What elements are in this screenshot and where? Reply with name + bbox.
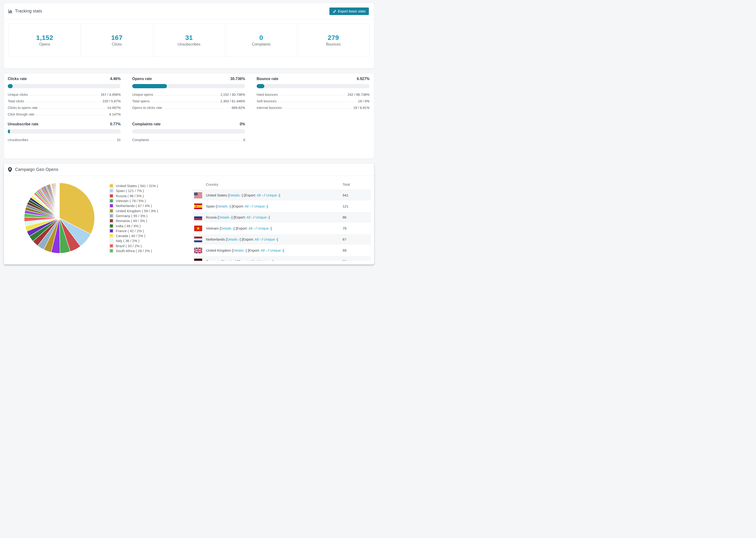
- flag-us-icon: [194, 192, 202, 198]
- legend-item: Canada ( 40 / 2% ): [109, 233, 158, 238]
- export-basic-stats-button[interactable]: Export basic stats: [329, 8, 369, 15]
- legend-item: Netherlands ( 67 / 4% ): [109, 203, 158, 208]
- clicks-label: Clicks: [112, 42, 122, 46]
- export-unique-link[interactable]: Unique ›: [253, 204, 267, 208]
- export-all-link[interactable]: All ›: [249, 226, 255, 230]
- geo-pie-chart: [23, 182, 96, 254]
- rates-grid-bottom: Unsubscribe rate 0.77% Unsubscribes31 Co…: [8, 121, 369, 143]
- flag-nl-icon: [194, 237, 202, 242]
- country-cell: United States [Details ›] [Export: All ›…: [206, 193, 280, 197]
- detail-row: Complaints0: [132, 136, 245, 143]
- legend-item: Romania ( 49 / 3% ): [109, 218, 158, 223]
- country-total: 59: [343, 248, 347, 252]
- detail-row: Internal bounces19 / 6.81%: [257, 104, 369, 111]
- opens-rate-bar: [132, 84, 245, 88]
- legend-swatch: [109, 239, 113, 243]
- details-link[interactable]: Details ›: [221, 226, 234, 230]
- opens-rate-value: 30.736%: [230, 77, 245, 81]
- detail-row: Click through rate4.147%: [8, 111, 121, 117]
- clicks-rate-section: Clicks rate 4.46% Unique clicks167 / 4.4…: [8, 75, 121, 117]
- opens-count: 1,152: [36, 34, 53, 41]
- legend-item: Russia ( 86 / 5% ): [109, 193, 158, 198]
- export-all-link[interactable]: All ›: [255, 237, 261, 241]
- export-unique-link[interactable]: Unique ›: [259, 259, 273, 261]
- legend-label: France ( 42 / 2% ): [116, 229, 144, 233]
- export-unique-link[interactable]: Unique ›: [270, 248, 283, 252]
- legend-swatch: [109, 214, 113, 218]
- export-unique-link[interactable]: Unique ›: [255, 215, 269, 219]
- legend-swatch: [109, 199, 113, 203]
- geo-legend: United States ( 541 / 31% )Spain ( 121 /…: [109, 183, 158, 253]
- total-column-header: Total: [343, 183, 350, 187]
- legend-label: Russia ( 86 / 5% ): [116, 194, 144, 198]
- unsubscribe-rate-value: 0.77%: [110, 122, 121, 126]
- export-all-link[interactable]: All ›: [244, 204, 251, 208]
- tracking-stats-card: Tracking stats Export basic stats 1,152 …: [4, 3, 374, 69]
- export-unique-link[interactable]: Unique ›: [264, 237, 277, 241]
- page-title: Tracking stats: [15, 9, 42, 14]
- legend-label: Canada ( 40 / 2% ): [116, 234, 145, 238]
- legend-item: Spain ( 121 / 7% ): [109, 188, 158, 193]
- unsubscribes-count: 31: [185, 34, 193, 41]
- details-link[interactable]: Details ›: [219, 215, 232, 219]
- detail-row: Unique opens1,152 / 30.736%: [132, 91, 245, 98]
- legend-swatch: [109, 249, 113, 253]
- legend-swatch: [109, 224, 113, 228]
- stat-clicks: 167 Clicks: [81, 24, 153, 57]
- details-link[interactable]: Details ›: [217, 204, 230, 208]
- country-total: 121: [343, 204, 349, 208]
- bar-chart-icon: [8, 9, 13, 14]
- table-row: United States [Details ›] [Export: All ›…: [193, 190, 371, 201]
- geo-opens-header: Campaign Geo Opens: [4, 164, 374, 176]
- legend-swatch: [109, 229, 113, 233]
- legend-label: United States ( 541 / 31% ): [116, 184, 158, 188]
- legend-label: Vietnam ( 79 / 5% ): [116, 199, 146, 203]
- export-all-link[interactable]: All ›: [261, 248, 267, 252]
- export-all-link[interactable]: All ›: [257, 193, 263, 197]
- country-total: 67: [343, 237, 347, 241]
- clicks-count: 167: [111, 34, 123, 41]
- export-all-link[interactable]: All ›: [250, 259, 256, 261]
- bounce-rate-bar: [257, 84, 369, 88]
- location-pin-icon: [8, 167, 13, 172]
- stat-bounces: 279 Bounces: [297, 24, 369, 57]
- details-link[interactable]: Details ›: [229, 193, 242, 197]
- flag-es-icon: [194, 203, 202, 209]
- detail-row: Soft bounces18 / 0%: [257, 98, 369, 104]
- unsubscribes-label: Unsubscribes: [178, 42, 200, 46]
- complaints-rate-title: Complaints rate: [132, 122, 161, 126]
- legend-item: Italy ( 36 / 2% ): [109, 238, 158, 243]
- opens-rate-title: Opens rate: [132, 77, 152, 81]
- detail-row: Total clicks220 / 5.87%: [8, 98, 121, 104]
- export-unique-link[interactable]: Unique ›: [266, 193, 279, 197]
- details-link[interactable]: Details ›: [227, 237, 240, 241]
- legend-label: Italy ( 36 / 2% ): [116, 239, 139, 243]
- detail-row: Unsubscribes31: [8, 136, 121, 143]
- country-cell: Germany [Details ›] [Export: All › / Uni…: [206, 259, 274, 261]
- table-row: Russia [Details ›] [Export: All › / Uniq…: [193, 212, 371, 223]
- stat-complaints: 0 Complaints: [225, 24, 297, 57]
- detail-row: Unique clicks167 / 4.456%: [8, 91, 121, 98]
- table-row: Vietnam [Details ›] [Export: All › / Uni…: [193, 223, 371, 234]
- unsubscribe-rate-section: Unsubscribe rate 0.77% Unsubscribes31: [8, 121, 121, 143]
- details-link[interactable]: Details ›: [222, 259, 235, 261]
- legend-label: United Kingdom ( 59 / 3% ): [116, 209, 158, 213]
- export-all-link[interactable]: All ›: [246, 215, 253, 219]
- country-cell: Spain [Details ›] [Export: All › / Uniqu…: [206, 204, 268, 208]
- legend-item: France ( 42 / 2% ): [109, 228, 158, 233]
- legend-label: Germany ( 55 / 3% ): [116, 214, 147, 218]
- country-cell: Vietnam [Details ›] [Export: All › / Uni…: [206, 226, 272, 230]
- bounce-rate-title: Bounce rate: [257, 77, 278, 81]
- country-total: 55: [343, 259, 347, 261]
- complaints-rate-section: Complaints rate 0% Complaints0: [132, 121, 245, 143]
- export-unique-link[interactable]: Unique ›: [257, 226, 271, 230]
- table-row: Germany [Details ›] [Export: All › / Uni…: [193, 256, 371, 261]
- legend-swatch: [109, 234, 113, 238]
- legend-label: Brazil ( 33 / 2% ): [116, 244, 142, 248]
- geo-opens-title: Campaign Geo Opens: [15, 167, 58, 172]
- clicks-rate-value: 4.46%: [110, 77, 121, 81]
- unsubscribe-rate-title: Unsubscribe rate: [8, 122, 38, 126]
- details-link[interactable]: Details ›: [233, 248, 246, 252]
- legend-item: Brazil ( 33 / 2% ): [109, 243, 158, 248]
- geo-table: Country Total United States [Details ›] …: [193, 180, 371, 261]
